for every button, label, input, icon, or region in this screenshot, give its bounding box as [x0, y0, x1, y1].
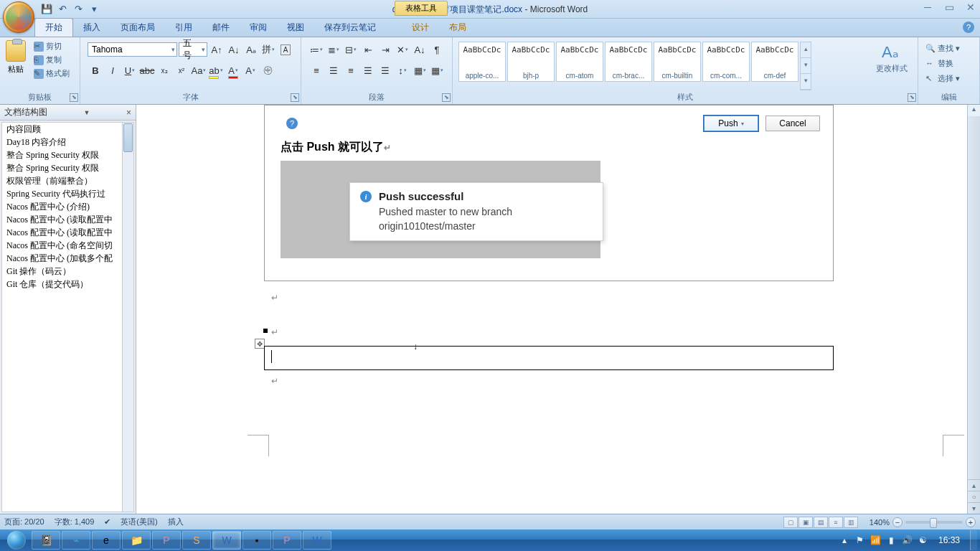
- tray-clock[interactable]: 16:33: [938, 535, 960, 545]
- numbering-button[interactable]: ≣: [326, 42, 341, 57]
- tab-pagelayout[interactable]: 页面布局: [110, 19, 165, 37]
- style-item[interactable]: AaBbCcDccm-atom: [556, 42, 603, 82]
- nav-item[interactable]: 内容回顾: [2, 123, 133, 136]
- clipboard-dialog-launcher[interactable]: ⬊: [70, 93, 78, 102]
- tray-network-icon[interactable]: 📶: [871, 535, 881, 545]
- scroll-up-button[interactable]: ▴: [968, 105, 980, 116]
- qat-undo-icon[interactable]: ↶: [56, 3, 69, 16]
- paragraph-dialog-launcher[interactable]: ⬊: [442, 93, 451, 102]
- tab-table-layout[interactable]: 布局: [439, 19, 476, 37]
- copy-button[interactable]: ⎘复制: [32, 54, 72, 66]
- empty-table-cell[interactable]: [264, 346, 834, 370]
- replace-button[interactable]: ↔替换: [923, 57, 956, 70]
- nav-item[interactable]: Spring Security 代码执行过: [2, 187, 133, 200]
- navpane-scrollbar[interactable]: [122, 123, 133, 512]
- style-item[interactable]: AaBbCcDccm-builtin: [654, 42, 701, 82]
- distributed-button[interactable]: ☰: [377, 62, 393, 78]
- increase-indent-button[interactable]: ⇥: [377, 42, 393, 57]
- table-cell[interactable]: ? Push▾ Cancel 点击 Push 就可以了↵ iPush succe…: [264, 105, 834, 281]
- bullets-button[interactable]: ≔: [308, 42, 324, 57]
- zoom-level[interactable]: 140%: [870, 518, 890, 527]
- phonetic-guide-button[interactable]: 拼: [260, 42, 276, 57]
- cut-button[interactable]: ✂剪切: [32, 40, 72, 52]
- style-item[interactable]: AaBbCcDccm-com...: [702, 42, 750, 82]
- styles-gallery[interactable]: AaBbCcDcapple-co... AaBbCcDcbjh-p AaBbCc…: [458, 42, 870, 90]
- align-center-button[interactable]: ☰: [326, 62, 341, 78]
- select-button[interactable]: ↖选择 ▾: [923, 72, 963, 85]
- paste-button[interactable]: 粘贴: [3, 39, 29, 76]
- tray-ime-icon[interactable]: ☯: [918, 535, 928, 545]
- multilevel-list-button[interactable]: ⊟: [343, 42, 359, 57]
- vertical-scrollbar[interactable]: ▴ ▴ ○ ▾: [967, 105, 980, 514]
- taskbar-app[interactable]: ⌁: [62, 531, 90, 550]
- subscript-button[interactable]: x₂: [156, 62, 172, 78]
- font-size-combo[interactable]: 五号: [179, 42, 207, 57]
- zoom-slider[interactable]: [905, 521, 963, 524]
- tray-volume-icon[interactable]: 🔊: [903, 535, 913, 545]
- view-print-layout[interactable]: ▢: [783, 517, 798, 528]
- view-full-screen[interactable]: ▣: [798, 517, 813, 528]
- taskbar-app[interactable]: ▪: [242, 531, 271, 550]
- browse-object-button[interactable]: ○: [968, 491, 980, 502]
- align-left-button[interactable]: ≡: [308, 62, 324, 78]
- prev-page-button[interactable]: ▴: [968, 479, 980, 491]
- styles-expand[interactable]: ▴▾▾: [800, 42, 811, 90]
- nav-item[interactable]: Nacos 配置中心 (介绍): [2, 200, 133, 213]
- view-draft[interactable]: ▥: [844, 517, 858, 528]
- status-spellcheck-icon[interactable]: ✔: [104, 517, 110, 527]
- nav-item[interactable]: Git 操作（码云）: [2, 265, 133, 278]
- push-button[interactable]: Push▾: [704, 116, 758, 131]
- char-shading-button[interactable]: A: [242, 62, 258, 78]
- taskbar-app[interactable]: S: [182, 531, 211, 550]
- decrease-indent-button[interactable]: ⇤: [360, 42, 376, 57]
- style-item[interactable]: AaBbCcDccm-def: [751, 42, 798, 82]
- styles-dialog-launcher[interactable]: ⬊: [908, 93, 916, 102]
- line-spacing-button[interactable]: ↕: [395, 62, 410, 78]
- nav-item[interactable]: Git 仓库（提交代码）: [2, 278, 133, 291]
- tab-review[interactable]: 审阅: [240, 19, 277, 37]
- next-page-button[interactable]: ▾: [968, 502, 980, 514]
- status-words[interactable]: 字数: 1,409: [55, 517, 95, 527]
- tab-cloud[interactable]: 保存到云笔记: [314, 19, 386, 37]
- show-marks-button[interactable]: ¶: [429, 42, 445, 57]
- nav-item[interactable]: Nacos 配置中心 (读取配置中: [2, 213, 133, 226]
- nav-item[interactable]: 整合 Spring Security 权限: [2, 149, 133, 161]
- font-dialog-launcher[interactable]: ⬊: [291, 93, 299, 102]
- office-button[interactable]: [3, 1, 34, 33]
- zoom-in-button[interactable]: +: [966, 517, 976, 527]
- tab-view[interactable]: 视图: [277, 19, 314, 37]
- nav-item[interactable]: Nacos 配置中心 (加载多个配: [2, 252, 133, 265]
- taskbar-word2[interactable]: W: [303, 531, 331, 550]
- tab-mailings[interactable]: 邮件: [202, 19, 240, 37]
- tray-battery-icon[interactable]: ▮: [887, 535, 897, 545]
- grow-font-button[interactable]: A↑: [209, 42, 225, 57]
- font-color-button[interactable]: A: [225, 62, 241, 78]
- justify-button[interactable]: ☰: [360, 62, 376, 78]
- style-item[interactable]: AaBbCcDcapple-co...: [458, 42, 506, 82]
- underline-button[interactable]: U: [122, 62, 138, 78]
- nav-item[interactable]: Nacos 配置中心 (命名空间切: [2, 239, 133, 252]
- minimize-button[interactable]: ─: [921, 1, 934, 13]
- nav-item[interactable]: 整合 Spring Security 权限: [2, 161, 133, 174]
- tab-insert[interactable]: 插入: [73, 19, 110, 37]
- shading-button[interactable]: ▦: [412, 62, 428, 78]
- align-right-button[interactable]: ≡: [343, 62, 359, 78]
- change-case-button[interactable]: Aa: [191, 62, 207, 78]
- view-outline[interactable]: ≡: [829, 517, 843, 528]
- tab-home[interactable]: 开始: [34, 18, 73, 37]
- nav-item[interactable]: 权限管理（前端整合）: [2, 174, 133, 187]
- nav-item[interactable]: Day18 内容介绍: [2, 136, 133, 149]
- taskbar-app[interactable]: e: [92, 531, 121, 550]
- borders-button[interactable]: ▦: [429, 62, 445, 78]
- help-button[interactable]: ?: [963, 22, 974, 33]
- maximize-button[interactable]: ▭: [943, 1, 956, 13]
- document-area[interactable]: ? Push▾ Cancel 点击 Push 就可以了↵ iPush succe…: [136, 105, 980, 514]
- style-item[interactable]: AaBbCcDcbjh-p: [507, 42, 555, 82]
- navpane-dropdown[interactable]: ▼: [84, 109, 90, 116]
- zoom-out-button[interactable]: −: [892, 517, 903, 527]
- taskbar-word[interactable]: W: [212, 531, 241, 550]
- enclose-char-button[interactable]: ㊥: [260, 62, 275, 78]
- tray-flag-icon[interactable]: ⚑: [855, 535, 865, 545]
- start-button[interactable]: [3, 530, 30, 550]
- font-name-combo[interactable]: Tahoma: [88, 42, 177, 57]
